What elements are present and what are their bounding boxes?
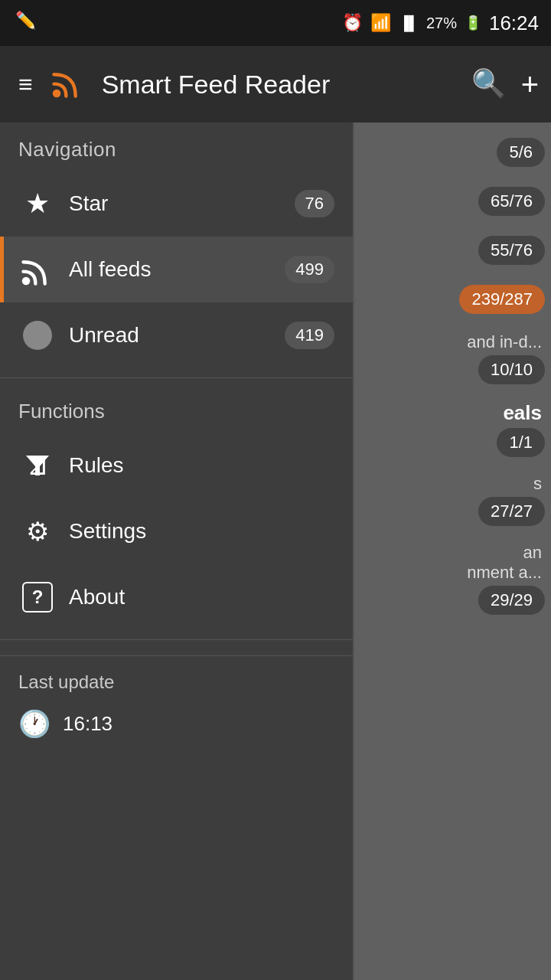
last-update-section: Last update [0,655,353,699]
status-bar: ✏️ ⏰ 📶 ▐▌ 27% 🔋 16:24 [0,0,551,46]
content-text-6: eals [503,401,545,425]
all-feeds-icon [18,250,57,289]
about-icon: ? [18,578,57,616]
sidebar-item-rules[interactable]: ⊿ Rules [0,433,353,498]
sidebar-item-settings[interactable]: ⚙ Settings [0,498,353,564]
content-row-2: 65/76 [354,178,551,225]
add-button[interactable]: + [521,67,539,102]
content-row-1: 5/6 [354,129,551,176]
wifi-icon: 📶 [370,13,391,33]
content-row-4: 239/287 [354,276,551,323]
unread-label: Unread [69,323,285,348]
svg-point-0 [52,90,60,98]
content-text-7: s [533,474,545,494]
unread-badge: 419 [285,322,334,349]
content-row-3: 55/76 [354,227,551,274]
settings-icon: ⚙ [18,512,57,550]
app-title: Smart Feed Reader [102,70,459,100]
navigation-section-label: Navigation [0,122,353,171]
history-icon: 🕐 [18,708,51,739]
content-badge-1: 5/6 [497,138,545,167]
divider-1 [0,377,353,378]
content-row-7: s 27/27 [354,466,551,534]
content-row-6: eals 1/1 [354,394,551,465]
divider-2 [0,639,353,640]
battery-text: 27% [426,15,457,32]
app-logo [51,65,90,103]
hamburger-menu-button[interactable]: ≡ [12,64,39,105]
content-text-5: and in-d... [467,332,545,352]
content-badge-8: 29/29 [478,586,545,615]
last-update-time-row: 🕐 16:13 [0,699,353,748]
functions-section-label: Functions [0,387,353,433]
main-container: Navigation ★ Star 76 All feeds 499 [0,122,551,980]
content-badge-3: 55/76 [478,236,545,265]
signal-icon: ▐▌ [399,15,419,31]
rules-icon: ⊿ [18,446,57,485]
edit-icon: ✏️ [15,11,36,31]
sidebar-item-unread[interactable]: Unread 419 [0,302,353,368]
star-icon: ★ [18,185,57,223]
sidebar-item-about[interactable]: ? About [0,564,353,630]
settings-label: Settings [69,519,334,544]
sidebar-item-star[interactable]: ★ Star 76 [0,171,353,237]
svg-point-1 [22,277,31,286]
alarm-icon: ⏰ [342,13,363,33]
status-icons: ✏️ ⏰ 📶 ▐▌ 27% 🔋 16:24 [342,11,539,35]
last-update-time-value: 16:13 [63,712,112,736]
content-badge-5: 10/10 [478,355,545,384]
content-badge-4: 239/287 [459,285,545,314]
star-badge: 76 [295,190,334,217]
content-area: 5/6 65/76 55/76 239/287 and in-d... 10/1… [354,122,551,980]
content-badge-2: 65/76 [478,187,545,216]
star-label: Star [69,191,295,216]
sidebar-item-all-feeds[interactable]: All feeds 499 [0,237,353,302]
battery-icon: 🔋 [465,15,481,31]
all-feeds-label: All feeds [69,257,285,282]
all-feeds-badge: 499 [285,256,334,283]
content-text-8: an nment a... [467,543,545,583]
about-label: About [69,585,334,609]
svg-marker-2 [26,456,49,475]
search-button[interactable]: 🔍 [471,67,506,102]
toolbar: ≡ Smart Feed Reader 🔍 + [0,46,551,122]
rules-label: Rules [69,453,334,478]
toolbar-actions: 🔍 + [471,67,539,102]
sidebar: Navigation ★ Star 76 All feeds 499 [0,122,354,980]
status-time: 16:24 [489,11,539,35]
content-badge-6: 1/1 [497,428,545,457]
unread-icon [18,316,57,354]
content-row-8: an nment a... 29/29 [354,535,551,622]
content-badge-7: 27/27 [478,497,545,526]
content-row-5: and in-d... 10/10 [354,325,551,392]
